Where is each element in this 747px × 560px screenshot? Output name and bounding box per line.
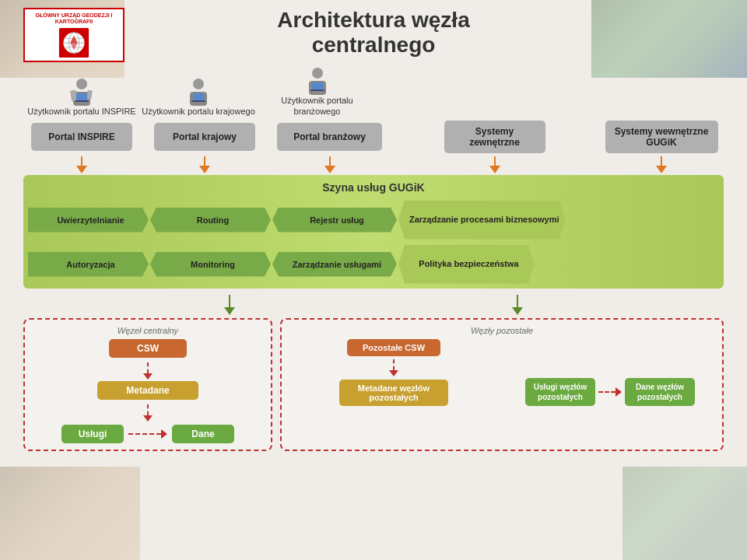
svg-point-19 [312,68,323,79]
user-branzowy-label: Użytkownik portalu branżowego [257,95,377,117]
node-central-csw: CSW [109,339,187,358]
other-data-col: Usługi węzłów pozostałych Dane węzłów po… [506,339,714,406]
central-bottom-items: Usługi Dane [33,425,263,443]
logo-globe-icon [58,28,89,58]
svc-polityka: Polityka bezpieczeństwa [398,245,535,284]
nodes-row: Węzeł centralny CSW Metadane [23,318,724,451]
user-inspire-icon [67,76,96,106]
page-title: Architektura węzła centralnego [277,8,469,58]
svc-uwierzytelnianie: Uwierzytelnianie [28,208,149,233]
arrow-uslugi-dane [128,429,167,439]
header: GŁÓWNY URZĄD GEODEZJI I KARTOGRAFII Arch… [23,8,724,58]
portal-branzowy: Portal branżowy [277,123,382,151]
user-krajowy: Użytkownik portalu krajowego [140,76,257,117]
node-central-uslugi: Usługi [61,425,124,443]
node-central-box: Węzeł centralny CSW Metadane [23,318,272,451]
svc-zarzadzanie-proc: Zarządzanie procesami biznesowymi [398,201,566,240]
node-other-dane: Dane węzłów pozostałych [625,378,695,406]
arrow-to-central [224,295,235,315]
svg-rect-13 [76,93,87,100]
service-bottom-row: Autoryzacja Monitoring Zarządzanie usług… [28,245,719,284]
arrow-metadane-bottom [33,404,263,422]
logo-text: GŁÓWNY URZĄD GEODEZJI I KARTOGRAFII [28,12,120,26]
user-branzowy-icon [303,65,332,95]
service-top-row: Uwierzytelnianie Routing Rejestr usług Z… [28,201,719,240]
svc-monitoring: Monitoring [150,252,271,277]
other-nodes-inner: Pozostałe CSW Metadane węzłów pozostałyc… [289,339,714,406]
architecture-diagram: Użytkownik portalu INSPIRE Użytkownik po… [23,65,724,451]
user-inspire: Użytkownik portalu INSPIRE [23,76,140,117]
service-bus: Szyna usług GUGiK Uwierzytelnianie Routi… [23,175,724,289]
arrow-to-other [512,295,523,315]
logo: GŁÓWNY URZĄD GEODEZJI I KARTOGRAFII [23,8,124,62]
other-csw-col: Pozostałe CSW Metadane węzłów pozostałyc… [289,339,498,406]
node-other-csw: Pozostałe CSW [347,339,440,356]
portals-systemy-zew: Systemy zewnętrzne [444,121,545,153]
user-inspire-label: Użytkownik portalu INSPIRE [27,106,135,117]
svc-zarzadzanie-usl: Zarządzanie usługami [272,252,397,277]
svg-rect-17 [193,93,204,100]
portal-inspire: Portal INSPIRE [31,123,132,151]
svg-rect-22 [310,89,324,91]
svc-autoryzacja: Autoryzacja [28,252,149,277]
portals-row: Portal INSPIRE Portal krajowy Portal bra… [23,121,724,153]
node-central-dane: Dane [172,425,234,443]
svg-rect-21 [312,82,323,89]
svg-rect-18 [191,100,205,102]
node-other-uslugi: Usługi węzłów pozostałych [525,378,595,406]
svg-rect-14 [75,100,89,102]
svg-point-15 [193,79,204,89]
user-branzowy: Użytkownik portalu branżowego [257,65,377,117]
svc-rejestr: Rejestr usług [272,208,397,233]
portals-systemy-wew: Systemy wewnętrzne GUGiK [605,121,718,153]
user-krajowy-label: Użytkownik portalu krajowego [142,106,255,117]
svg-point-9 [76,79,87,89]
node-other-title: Węzły pozostałe [289,326,714,335]
node-central-title: Węzeł centralny [33,326,263,335]
svg-rect-12 [86,90,93,100]
arrow-csw-metadane [33,362,263,380]
node-other-box: Węzły pozostałe Pozostałe CSW Metadane w… [280,318,724,451]
node-central-metadane: Metadane [97,381,198,400]
service-bus-label: Szyna usług GUGiK [28,178,719,197]
portal-krajowy: Portal krajowy [154,123,255,151]
svc-routing: Routing [150,208,271,233]
users-row: Użytkownik portalu INSPIRE Użytkownik po… [23,65,724,121]
user-krajowy-icon [184,76,213,106]
node-other-metadane: Metadane węzłów pozostałych [339,380,448,406]
